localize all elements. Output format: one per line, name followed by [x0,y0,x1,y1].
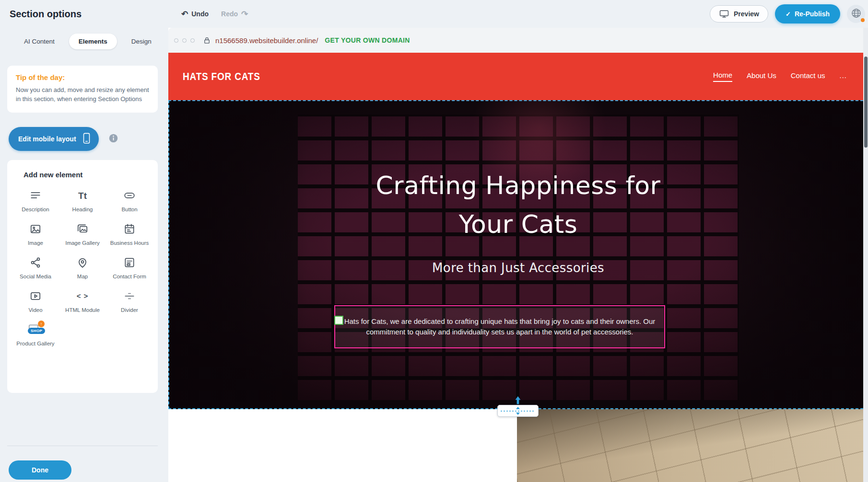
globe-icon [851,8,862,21]
check-icon: ✓ [786,11,791,18]
window-dot-icon [174,38,178,43]
element-business-hours[interactable]: Business Hours [106,222,153,247]
app-root: Section options ↶ Undo Redo ↷ Preview ✓ … [0,0,868,482]
social-media-icon [28,255,43,270]
browser-chrome-bar: n1566589.websitebuilder.online/ GET YOUR… [168,28,868,53]
undo-button[interactable]: ↶ Undo [181,10,209,18]
element-button[interactable]: Button [106,188,153,213]
notification-dot [861,18,865,22]
sidebar-divider [7,446,158,446]
mobile-layout-row: Edit mobile layout [9,127,118,151]
element-image[interactable]: Image [12,222,59,247]
window-dot-icon [182,38,187,43]
language-globe-button[interactable] [847,5,865,23]
window-dot-icon [190,38,195,43]
undo-icon: ↶ [181,10,188,18]
tab-elements[interactable]: Elements [69,34,117,49]
map-pin-icon [75,255,90,270]
edit-mobile-label: Edit mobile layout [18,135,76,143]
top-toolbar: Section options ↶ Undo Redo ↷ Preview ✓ … [0,0,868,28]
republish-label: Re-Publish [795,10,830,18]
hero-glow [168,100,868,409]
hero-heading[interactable]: Crafting Happiness for Your Cats [168,166,868,244]
element-video[interactable]: Video [12,289,59,314]
tab-design[interactable]: Design [122,34,161,49]
monitor-icon [719,10,729,18]
add-new-element-panel: Add new element Description Tt Heading [7,160,158,393]
nav-about-us[interactable]: About Us [747,71,776,81]
element-description[interactable]: Description [12,188,59,213]
hero-paragraph: Hats for Cats, we are dedicated to craft… [344,316,656,338]
element-heading[interactable]: Tt Heading [59,188,106,213]
description-icon [28,188,43,203]
tab-ai-content[interactable]: AI Content [14,34,64,49]
element-image-gallery[interactable]: Image Gallery [59,222,106,247]
site-logo: HATS FOR CATS [183,70,260,82]
redo-icon: ↷ [241,10,248,18]
scrollbar-track [863,28,868,482]
tip-title: Tip of the day: [16,73,149,81]
element-social-media[interactable]: Social Media [12,255,59,280]
image-icon [28,222,43,236]
next-section-photo [517,409,868,482]
section-resize-arrow-icon [515,396,521,407]
element-contact-form[interactable]: Contact Form [106,255,153,280]
divider-icon [122,289,137,303]
nav-contact-us[interactable]: Contact us [791,71,825,81]
site-header: HATS FOR CATS Home About Us Contact us .… [168,53,868,100]
upgrade-badge-icon: ↑ [38,321,45,327]
add-new-element-title: Add new element [23,171,153,179]
lock-icon [203,36,211,45]
site-preview-area: n1566589.websitebuilder.online/ GET YOUR… [168,28,868,482]
preview-button[interactable]: Preview [710,5,768,23]
done-button[interactable]: Done [9,460,71,480]
hero-subheading[interactable]: More than Just Accessories [168,259,868,276]
element-product-gallery[interactable]: SHOP ↑ Product Gallery [12,322,59,347]
selected-text-element[interactable]: Hats for Cats, we are dedicated to craft… [334,305,665,348]
window-dots [174,38,195,43]
element-html-module[interactable]: < > HTML Module [59,289,106,314]
element-drag-handle[interactable] [334,316,343,325]
nav-more[interactable]: ... [839,71,847,81]
phone-icon [82,133,91,146]
scrollbar-thumb[interactable] [864,57,868,148]
html-module-icon: < > [75,289,90,303]
hero-heading-line1: Crafting Happiness for [168,166,868,205]
product-gallery-icon: SHOP ↑ [27,322,44,337]
undo-redo-group: ↶ Undo Redo ↷ [181,0,248,28]
element-divider[interactable]: Divider [106,289,153,314]
preview-label: Preview [734,10,759,18]
redo-label: Redo [221,10,238,18]
tip-body: Now you can add, move and resize any ele… [16,86,149,104]
undo-label: Undo [191,10,209,18]
page-title: Section options [10,9,82,20]
image-gallery-icon [75,222,90,236]
nav-home[interactable]: Home [713,71,732,82]
site-url: n1566589.websitebuilder.online/ [215,36,318,45]
topbar-right-group: Preview ✓ Re-Publish [710,0,865,28]
edit-mobile-layout-button[interactable]: Edit mobile layout [9,127,99,151]
get-domain-link[interactable]: GET YOUR OWN DOMAIN [325,36,410,44]
element-map[interactable]: Map [59,255,106,280]
video-icon [28,289,43,303]
hero-heading-line2: Your Cats [168,205,868,244]
element-grid: Description Tt Heading Button [12,188,153,347]
contact-form-icon [122,255,137,270]
business-hours-icon [122,222,137,236]
shop-badge: SHOP [28,328,45,334]
republish-button[interactable]: ✓ Re-Publish [775,4,840,23]
tip-of-the-day-card: Tip of the day: Now you can add, move an… [7,66,158,113]
site-nav: Home About Us Contact us ... [713,71,847,82]
section-options-sidebar: AI Content Elements Design Tip of the da… [0,28,168,482]
button-icon [122,188,137,203]
info-icon[interactable] [108,133,118,145]
sidebar-tabs: AI Content Elements Design [14,34,161,49]
heading-icon: Tt [75,188,90,203]
redo-button[interactable]: Redo ↷ [221,10,248,18]
hero-section[interactable]: Crafting Happiness for Your Cats More th… [168,100,868,409]
